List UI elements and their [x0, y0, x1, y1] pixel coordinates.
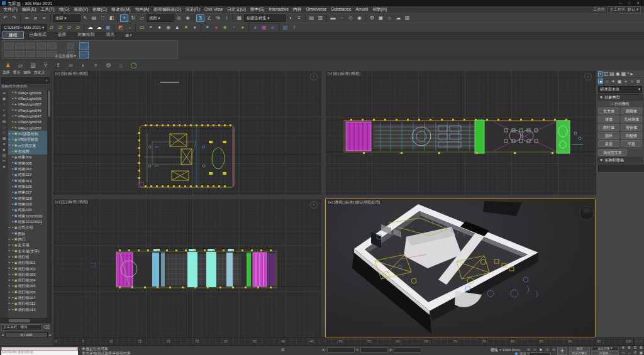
visibility-eye-icon[interactable]: ● [12, 173, 14, 177]
menu-item[interactable]: 内容 [291, 8, 304, 12]
primitive-button[interactable]: 圆锥体 [621, 107, 642, 114]
window-crossing-icon[interactable]: ◧ [108, 14, 116, 22]
percent-snap-icon[interactable]: % [214, 14, 222, 22]
sun-light-icon[interactable]: ☀ [182, 24, 190, 31]
menu-item[interactable]: 帮助(H) [370, 8, 389, 12]
panel-overflow-icon[interactable]: ▸ [630, 72, 633, 77]
viewport-front-label[interactable]: [+] [前] [标准] [线框] [328, 72, 360, 75]
list-item[interactable]: ▸ ● ▣ 筒灯组003 [8, 271, 47, 277]
selection-lock-icon[interactable]: ⊠ [281, 347, 285, 352]
render-setup-icon[interactable]: ⚙ [368, 14, 376, 22]
display-tab-icon[interactable]: ▦ [621, 72, 626, 77]
select-and-manipulate-icon[interactable]: ◈ [184, 14, 192, 22]
list-item[interactable]: ▸ ● ▣ 筒灯组006 [8, 289, 47, 295]
render-in-cloud-icon[interactable]: ☁ [394, 14, 402, 22]
expand-arrow-icon[interactable]: ▸ [9, 249, 11, 253]
expand-arrow-icon[interactable]: ▸ [9, 226, 11, 229]
expand-arrow-icon[interactable]: ▸ [9, 279, 11, 282]
primitive-button[interactable]: 四棱锥 [621, 132, 642, 139]
menu-item[interactable]: 组(G) [57, 8, 72, 12]
orbit-icon[interactable]: ↺ [632, 351, 638, 355]
reference-coordinate-dropdown[interactable]: 视图 ▾ [147, 14, 174, 22]
visibility-eye-icon[interactable]: ● [12, 279, 14, 282]
upload-icon[interactable]: ↥ [53, 62, 63, 70]
list-item[interactable]: ▸ ● ▣ 筒灯组002 [8, 266, 47, 271]
visibility-eye-icon[interactable]: ● [12, 103, 14, 106]
ribbon-config-icon[interactable]: ▦ ▾ [125, 32, 131, 39]
list-item[interactable]: ▸ ● ▣ 筒灯组004 [8, 278, 47, 283]
viewport-compass-icon[interactable] [584, 73, 592, 80]
display-filter-icon[interactable]: □ [3, 131, 6, 134]
rectangular-selection-region-icon[interactable]: □ [99, 14, 107, 22]
expand-arrow-icon[interactable]: ▸ [9, 133, 11, 136]
explorer-vertical-scrollbar[interactable] [47, 90, 51, 318]
list-item[interactable]: ▸ ● ▣ 筒灯组012 [8, 301, 47, 307]
maxscript-mini-listener[interactable]: MAXScript 迷你侦听器 [1, 347, 78, 355]
list-item[interactable]: ● ☀ VRayLight005 [8, 90, 47, 96]
visibility-eye-icon[interactable]: ● [12, 97, 14, 101]
menu-item[interactable]: 工具(T) [38, 8, 57, 12]
expand-arrow-icon[interactable]: ▸ [9, 144, 11, 147]
name-color-rollout[interactable]: ▼ 名称和颜色 [597, 157, 643, 163]
save-icon[interactable]: ▥ [28, 62, 38, 70]
menu-item[interactable]: 自定义(U) [225, 8, 248, 12]
visibility-eye-icon[interactable]: ● [12, 191, 14, 194]
proxy-icon[interactable]: ● [238, 24, 247, 31]
geometry-category-icon[interactable]: ● [598, 79, 603, 84]
list-item[interactable]: ● ☀ VRayLight007 [8, 102, 47, 107]
select-and-rotate-icon[interactable]: ↻ [129, 14, 137, 22]
list-item[interactable]: ▸ ● ▣ 筒灯组013 [8, 307, 47, 312]
clear-search-icon[interactable]: × [44, 79, 49, 82]
previous-frame-arrow[interactable]: ◄ [1, 334, 4, 337]
publish-icon[interactable]: Ÿ [41, 62, 50, 70]
help-icon[interactable]: ? [290, 24, 298, 31]
menu-item[interactable]: 文件(F) [1, 8, 19, 12]
display-filter-icon[interactable]: ▦ [3, 136, 6, 140]
menu-item[interactable]: 创建(C) [91, 8, 109, 12]
toggle-a-icon[interactable]: ◐ [79, 62, 88, 70]
material-editor-icon[interactable]: ◉ [355, 14, 364, 22]
list-item[interactable]: ● ▣ 对象030 [8, 207, 47, 213]
visibility-eye-icon[interactable]: ● [12, 209, 14, 212]
zoom-region-icon[interactable]: ▭ [620, 351, 626, 355]
ribbon-button[interactable] [36, 43, 46, 49]
track-bar[interactable]: 0510152025303540455055606570758085909510… [53, 337, 634, 346]
list-item[interactable]: ● ▣ 对象025 [8, 183, 47, 189]
list-item[interactable]: ● ☀ VRayLight047 [8, 113, 47, 119]
viewport-left[interactable]: [+] [左] [标准] [线框] [53, 199, 321, 337]
edit-named-selection-sets-icon[interactable]: ▦ [235, 14, 243, 22]
visibility-eye-icon[interactable]: ● [12, 221, 14, 224]
render-production-icon[interactable]: ♨ [386, 14, 394, 22]
spinner-snap-icon[interactable]: ↕ [223, 14, 231, 22]
visibility-eye-icon[interactable]: ● [12, 150, 14, 153]
multimatte-icon[interactable]: ▦ [260, 24, 268, 31]
list-item[interactable]: ● ▣ 光域网 [8, 148, 47, 154]
scatter-icon[interactable]: ♣ [221, 24, 229, 31]
create-tab-icon[interactable]: + [598, 71, 602, 77]
primitive-button[interactable]: 几何球体 [621, 116, 642, 123]
menu-item[interactable]: Substance [329, 8, 353, 12]
menu-item[interactable]: 修改器(M) [109, 8, 133, 12]
visibility-eye-icon[interactable]: ● [12, 203, 14, 206]
hierarchy-tab-icon[interactable]: ▤ [609, 72, 614, 77]
expand-arrow-icon[interactable]: ▸ [9, 138, 11, 141]
red-sphere-icon[interactable]: ● [212, 24, 220, 31]
display-filter-icon[interactable]: ☀ [3, 114, 6, 117]
explorer-tab[interactable]: 选择 [1, 71, 11, 77]
primitive-button[interactable]: 球体 [598, 116, 619, 123]
expand-arrow-icon[interactable]: ▸ [9, 291, 11, 294]
menu-item[interactable]: Civil View [202, 8, 225, 12]
primitive-type-dropdown[interactable]: 标准基本体 ▾ [598, 86, 642, 93]
list-item[interactable]: ● ▣ 对象002 [8, 155, 47, 160]
visibility-eye-icon[interactable]: ● [12, 179, 14, 182]
primitive-button[interactable]: 平面 [621, 140, 642, 147]
cameras-category-icon[interactable]: ▣ [617, 79, 622, 84]
toolbar-module-dropdown[interactable]: 主工具栏 - 模块 [1, 324, 42, 330]
shapes-category-icon[interactable]: ○ [604, 79, 609, 84]
display-filter-icon[interactable]: ● [3, 142, 6, 146]
list-item[interactable]: ▸ ● ▣ 筒灯组 [8, 254, 47, 259]
expand-arrow-icon[interactable]: ▸ [9, 261, 11, 265]
visibility-eye-icon[interactable]: ● [12, 168, 14, 171]
display-filter-icon[interactable]: ○ [3, 102, 6, 106]
visibility-eye-icon[interactable]: ● [12, 214, 14, 217]
